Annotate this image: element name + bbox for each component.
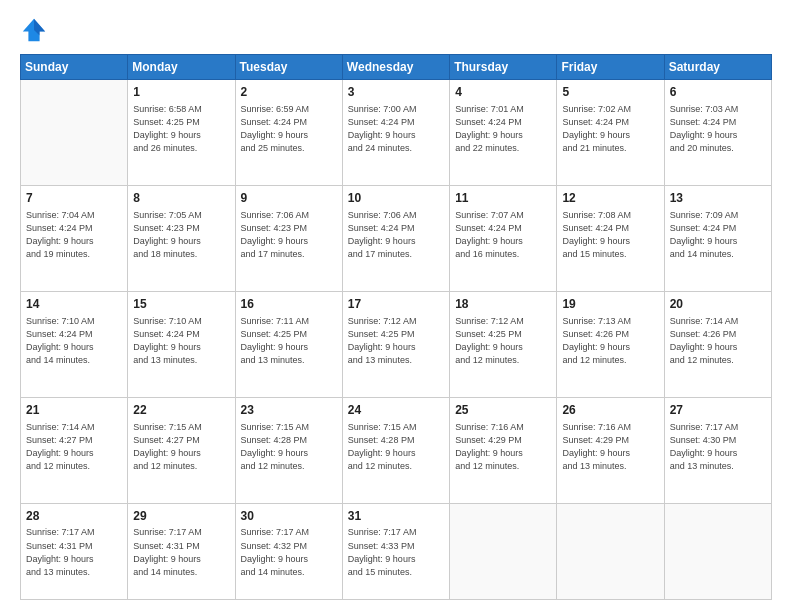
- calendar-cell: 31Sunrise: 7:17 AMSunset: 4:33 PMDayligh…: [342, 503, 449, 599]
- calendar-header-row: SundayMondayTuesdayWednesdayThursdayFrid…: [21, 55, 772, 80]
- calendar-cell: [450, 503, 557, 599]
- day-info: Sunrise: 7:11 AMSunset: 4:25 PMDaylight:…: [241, 315, 337, 367]
- calendar-cell: 24Sunrise: 7:15 AMSunset: 4:28 PMDayligh…: [342, 397, 449, 503]
- calendar-cell: 2Sunrise: 6:59 AMSunset: 4:24 PMDaylight…: [235, 80, 342, 186]
- calendar-cell: 6Sunrise: 7:03 AMSunset: 4:24 PMDaylight…: [664, 80, 771, 186]
- day-info: Sunrise: 7:02 AMSunset: 4:24 PMDaylight:…: [562, 103, 658, 155]
- calendar-cell: 20Sunrise: 7:14 AMSunset: 4:26 PMDayligh…: [664, 291, 771, 397]
- day-number: 22: [133, 402, 229, 419]
- calendar-cell: 15Sunrise: 7:10 AMSunset: 4:24 PMDayligh…: [128, 291, 235, 397]
- day-number: 2: [241, 84, 337, 101]
- day-info: Sunrise: 7:05 AMSunset: 4:23 PMDaylight:…: [133, 209, 229, 261]
- day-number: 30: [241, 508, 337, 525]
- day-number: 17: [348, 296, 444, 313]
- calendar-cell: 5Sunrise: 7:02 AMSunset: 4:24 PMDaylight…: [557, 80, 664, 186]
- day-info: Sunrise: 7:12 AMSunset: 4:25 PMDaylight:…: [348, 315, 444, 367]
- day-info: Sunrise: 7:15 AMSunset: 4:28 PMDaylight:…: [348, 421, 444, 473]
- day-number: 20: [670, 296, 766, 313]
- calendar-header-monday: Monday: [128, 55, 235, 80]
- day-info: Sunrise: 7:13 AMSunset: 4:26 PMDaylight:…: [562, 315, 658, 367]
- day-number: 16: [241, 296, 337, 313]
- day-info: Sunrise: 7:17 AMSunset: 4:33 PMDaylight:…: [348, 526, 444, 578]
- day-number: 8: [133, 190, 229, 207]
- day-number: 31: [348, 508, 444, 525]
- day-number: 13: [670, 190, 766, 207]
- calendar-header-saturday: Saturday: [664, 55, 771, 80]
- day-info: Sunrise: 7:08 AMSunset: 4:24 PMDaylight:…: [562, 209, 658, 261]
- day-info: Sunrise: 7:10 AMSunset: 4:24 PMDaylight:…: [133, 315, 229, 367]
- calendar-cell: 1Sunrise: 6:58 AMSunset: 4:25 PMDaylight…: [128, 80, 235, 186]
- day-info: Sunrise: 7:14 AMSunset: 4:27 PMDaylight:…: [26, 421, 122, 473]
- calendar-cell: 9Sunrise: 7:06 AMSunset: 4:23 PMDaylight…: [235, 185, 342, 291]
- calendar-cell: 11Sunrise: 7:07 AMSunset: 4:24 PMDayligh…: [450, 185, 557, 291]
- day-info: Sunrise: 7:06 AMSunset: 4:24 PMDaylight:…: [348, 209, 444, 261]
- calendar-week-3: 21Sunrise: 7:14 AMSunset: 4:27 PMDayligh…: [21, 397, 772, 503]
- calendar-cell: 28Sunrise: 7:17 AMSunset: 4:31 PMDayligh…: [21, 503, 128, 599]
- day-number: 11: [455, 190, 551, 207]
- calendar-cell: 7Sunrise: 7:04 AMSunset: 4:24 PMDaylight…: [21, 185, 128, 291]
- calendar-header-tuesday: Tuesday: [235, 55, 342, 80]
- calendar-cell: 13Sunrise: 7:09 AMSunset: 4:24 PMDayligh…: [664, 185, 771, 291]
- calendar-cell: 12Sunrise: 7:08 AMSunset: 4:24 PMDayligh…: [557, 185, 664, 291]
- calendar-week-0: 1Sunrise: 6:58 AMSunset: 4:25 PMDaylight…: [21, 80, 772, 186]
- day-number: 29: [133, 508, 229, 525]
- calendar-header-thursday: Thursday: [450, 55, 557, 80]
- day-info: Sunrise: 7:03 AMSunset: 4:24 PMDaylight:…: [670, 103, 766, 155]
- day-info: Sunrise: 7:17 AMSunset: 4:31 PMDaylight:…: [133, 526, 229, 578]
- calendar-table: SundayMondayTuesdayWednesdayThursdayFrid…: [20, 54, 772, 600]
- day-number: 25: [455, 402, 551, 419]
- calendar-cell: 17Sunrise: 7:12 AMSunset: 4:25 PMDayligh…: [342, 291, 449, 397]
- calendar-week-1: 7Sunrise: 7:04 AMSunset: 4:24 PMDaylight…: [21, 185, 772, 291]
- day-number: 28: [26, 508, 122, 525]
- calendar-cell: 21Sunrise: 7:14 AMSunset: 4:27 PMDayligh…: [21, 397, 128, 503]
- calendar-cell: 19Sunrise: 7:13 AMSunset: 4:26 PMDayligh…: [557, 291, 664, 397]
- day-info: Sunrise: 6:58 AMSunset: 4:25 PMDaylight:…: [133, 103, 229, 155]
- day-number: 5: [562, 84, 658, 101]
- logo-icon: [20, 16, 48, 44]
- day-info: Sunrise: 7:04 AMSunset: 4:24 PMDaylight:…: [26, 209, 122, 261]
- day-info: Sunrise: 7:16 AMSunset: 4:29 PMDaylight:…: [562, 421, 658, 473]
- calendar-week-2: 14Sunrise: 7:10 AMSunset: 4:24 PMDayligh…: [21, 291, 772, 397]
- day-number: 26: [562, 402, 658, 419]
- day-number: 10: [348, 190, 444, 207]
- day-info: Sunrise: 7:14 AMSunset: 4:26 PMDaylight:…: [670, 315, 766, 367]
- calendar-cell: 23Sunrise: 7:15 AMSunset: 4:28 PMDayligh…: [235, 397, 342, 503]
- day-info: Sunrise: 7:10 AMSunset: 4:24 PMDaylight:…: [26, 315, 122, 367]
- day-number: 15: [133, 296, 229, 313]
- day-number: 19: [562, 296, 658, 313]
- calendar-cell: 18Sunrise: 7:12 AMSunset: 4:25 PMDayligh…: [450, 291, 557, 397]
- calendar-cell: 29Sunrise: 7:17 AMSunset: 4:31 PMDayligh…: [128, 503, 235, 599]
- day-info: Sunrise: 7:00 AMSunset: 4:24 PMDaylight:…: [348, 103, 444, 155]
- day-number: 14: [26, 296, 122, 313]
- day-number: 3: [348, 84, 444, 101]
- day-number: 23: [241, 402, 337, 419]
- day-info: Sunrise: 6:59 AMSunset: 4:24 PMDaylight:…: [241, 103, 337, 155]
- calendar-cell: 25Sunrise: 7:16 AMSunset: 4:29 PMDayligh…: [450, 397, 557, 503]
- day-info: Sunrise: 7:16 AMSunset: 4:29 PMDaylight:…: [455, 421, 551, 473]
- day-number: 1: [133, 84, 229, 101]
- day-info: Sunrise: 7:15 AMSunset: 4:27 PMDaylight:…: [133, 421, 229, 473]
- day-number: 4: [455, 84, 551, 101]
- day-number: 21: [26, 402, 122, 419]
- calendar-cell: 16Sunrise: 7:11 AMSunset: 4:25 PMDayligh…: [235, 291, 342, 397]
- calendar-cell: 10Sunrise: 7:06 AMSunset: 4:24 PMDayligh…: [342, 185, 449, 291]
- header: [20, 16, 772, 44]
- day-info: Sunrise: 7:07 AMSunset: 4:24 PMDaylight:…: [455, 209, 551, 261]
- day-info: Sunrise: 7:12 AMSunset: 4:25 PMDaylight:…: [455, 315, 551, 367]
- calendar-cell: 22Sunrise: 7:15 AMSunset: 4:27 PMDayligh…: [128, 397, 235, 503]
- day-info: Sunrise: 7:17 AMSunset: 4:31 PMDaylight:…: [26, 526, 122, 578]
- calendar-cell: [21, 80, 128, 186]
- calendar-cell: [664, 503, 771, 599]
- calendar-cell: 8Sunrise: 7:05 AMSunset: 4:23 PMDaylight…: [128, 185, 235, 291]
- calendar-cell: 3Sunrise: 7:00 AMSunset: 4:24 PMDaylight…: [342, 80, 449, 186]
- calendar-cell: 4Sunrise: 7:01 AMSunset: 4:24 PMDaylight…: [450, 80, 557, 186]
- day-info: Sunrise: 7:17 AMSunset: 4:32 PMDaylight:…: [241, 526, 337, 578]
- calendar-header-sunday: Sunday: [21, 55, 128, 80]
- calendar-header-wednesday: Wednesday: [342, 55, 449, 80]
- calendar-cell: 26Sunrise: 7:16 AMSunset: 4:29 PMDayligh…: [557, 397, 664, 503]
- day-info: Sunrise: 7:09 AMSunset: 4:24 PMDaylight:…: [670, 209, 766, 261]
- calendar-week-4: 28Sunrise: 7:17 AMSunset: 4:31 PMDayligh…: [21, 503, 772, 599]
- day-number: 24: [348, 402, 444, 419]
- day-info: Sunrise: 7:15 AMSunset: 4:28 PMDaylight:…: [241, 421, 337, 473]
- day-number: 6: [670, 84, 766, 101]
